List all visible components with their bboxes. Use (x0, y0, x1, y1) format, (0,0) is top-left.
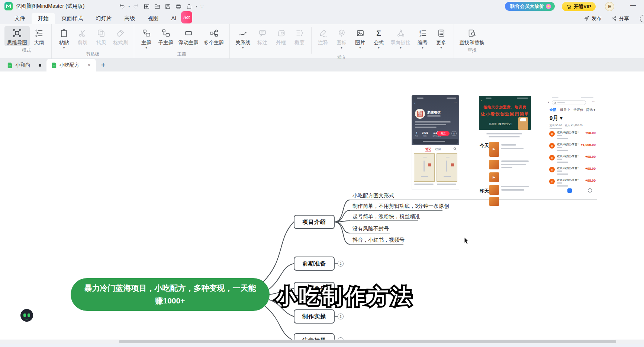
row-date-placeholder (557, 150, 568, 151)
customize-toolbar-button[interactable]: ⸪ (200, 3, 204, 10)
new-document-button[interactable] (143, 3, 151, 10)
numbering-dropdown-caret[interactable]: ▾ (422, 46, 423, 50)
paste-button[interactable]: 粘贴 ▾ (55, 26, 73, 50)
print-button[interactable] (174, 3, 183, 10)
formula-button[interactable]: Σ 公式 ▾ (370, 26, 388, 50)
mindmap-canvas[interactable]: 暴力冷门蓝海项目，小吃配方，多种变现，一天能赚1000+ 项目介绍 前期准备 注… (0, 71, 644, 340)
paste-dropdown-caret[interactable]: ▾ (63, 46, 65, 50)
assistant-eye-icon (23, 313, 26, 317)
more-dropdown-caret[interactable]: ▾ (440, 46, 442, 50)
attached-image-profile-screenshot[interactable]: ‹ ⋯ 速笑餐饮 老陈餐饮 4关注 3436粉丝 1.8万获赞与收藏 关注 ∧ (412, 95, 459, 190)
formula-dropdown-caret[interactable]: ▾ (378, 46, 379, 50)
horizontal-scrollbar-track[interactable] (0, 340, 644, 344)
menu-file[interactable]: 文件 (8, 13, 32, 24)
image-button[interactable]: 图片 ▾ (351, 26, 370, 50)
open-vip-button[interactable]: 开通VIP (562, 2, 596, 11)
ribbon-group-clipboard: 粘贴 ▾ 剪切 拷贝 (51, 24, 134, 58)
collapse-badge[interactable]: 2 (338, 313, 344, 319)
callout-button[interactable]: 标注 (253, 26, 272, 46)
numbering-button[interactable]: 123 编号 ▾ (413, 26, 432, 50)
save-button[interactable] (164, 3, 172, 10)
topic-button[interactable]: 主题 ▾ (137, 26, 156, 50)
doc-tab-xiaochipeifang[interactable]: 小吃配方 × (46, 59, 96, 71)
minimize-button[interactable]: — (630, 1, 636, 8)
central-topic-node[interactable]: 暴力冷门蓝海项目，小吃配方，多种变现，一天能赚1000+ (71, 278, 270, 311)
backlink-button[interactable]: 双向链接 ▾ (388, 26, 413, 50)
profile-extra-button: ∧ (451, 131, 457, 136)
card-seal (428, 163, 431, 166)
branch-node-project-intro[interactable]: 项目介绍 (294, 215, 335, 229)
branch-node-title-tips[interactable]: 注意标题 (294, 333, 335, 340)
feed-thumbnail: ▶ (489, 142, 499, 157)
row-date-placeholder (557, 185, 568, 187)
outline-mode-button[interactable]: 大纲 (30, 26, 48, 46)
comment-button[interactable]: 注释 (314, 26, 332, 46)
subtopic-node[interactable]: 抖音，小红书，视频号 (352, 237, 405, 243)
backlink-dropdown-caret[interactable]: ▾ (400, 46, 401, 50)
seal-logo: 速笑餐饮 (417, 111, 423, 117)
feed-text-placeholder (501, 160, 529, 162)
expense-stat: 支出 ¥0.00 (550, 124, 562, 127)
collapse-badge[interactable]: 2 (338, 261, 344, 267)
membership-promo-banner[interactable]: 联合会员大放价 (505, 2, 555, 11)
search-icon (554, 102, 556, 104)
attached-image-promo-screenshot[interactable]: ‹ 拒绝天价加盟费、培训费 让小餐饮创业回归简单 陈师傅（餐饮创业记） 今天 ▶… (477, 96, 532, 206)
marker-icon-button[interactable]: 图标 ▾ (332, 26, 351, 50)
cut-button[interactable]: 剪切 (73, 26, 92, 46)
subtopic-node[interactable]: 小吃配方图文形式 (352, 192, 394, 199)
menu-ai[interactable]: AI Hot (165, 13, 183, 24)
row-sub-placeholder (557, 159, 562, 160)
promo-banner: ‹ 拒绝天价加盟费、培训费 让小餐饮创业回归简单 陈师傅（餐饮创业记） (479, 96, 531, 130)
user-avatar[interactable]: E (605, 2, 614, 11)
menu-view[interactable]: 视图 (142, 13, 165, 24)
multiple-topics-button[interactable]: 多个主题 (201, 26, 226, 46)
doc-tab-xiaoheshang[interactable]: 小和尚 (2, 59, 46, 71)
copy-button[interactable]: 拷贝 (92, 26, 110, 46)
row-sub-placeholder (557, 147, 562, 148)
floating-topic-button[interactable]: 浮动主题 (176, 26, 201, 46)
summary-button[interactable]: 概要 (290, 26, 309, 46)
subtopic-node[interactable]: 制作简单，不用剪辑功底，3分钟一条原创 (352, 203, 449, 210)
horizontal-scrollbar-thumb[interactable] (119, 340, 616, 343)
mindmap-mode-button[interactable]: 思维导图 (4, 26, 30, 46)
payment-title: 收钱码收款-来自* (557, 143, 579, 146)
overlay-title-text[interactable]: 小吃制作方法 小吃制作方法 (276, 283, 454, 313)
menu-home[interactable]: 开始 (32, 13, 55, 24)
relationship-dropdown-caret[interactable]: ▾ (242, 46, 244, 50)
more-button[interactable]: 更多 ▾ (432, 26, 451, 50)
undo-dropdown-caret[interactable]: ▾ (128, 5, 130, 8)
marker-dropdown-caret[interactable]: ▾ (341, 46, 342, 50)
menu-advanced[interactable]: 高级 (118, 13, 142, 24)
publish-button[interactable]: 发布 (584, 15, 602, 22)
new-tab-button[interactable]: + (96, 59, 111, 71)
subtopic-button[interactable]: 子主题 (156, 26, 176, 46)
format-painter-button[interactable]: 格式刷 (110, 26, 131, 46)
share-button[interactable]: 分享 (611, 15, 629, 22)
menu-slideshow[interactable]: 幻灯片 (89, 13, 118, 24)
ribbon: 思维导图 大纲 模式 粘贴 ▾ (0, 24, 644, 59)
svg-text:3: 3 (419, 34, 421, 37)
boundary-button[interactable]: 外框 (272, 26, 290, 46)
menu-page-style[interactable]: 页面样式 (55, 13, 89, 24)
profile-header: ‹ ⋯ 速笑餐饮 老陈餐饮 4关注 3436粉丝 1.8万获赞与收藏 关注 ∧ (412, 95, 459, 145)
subtopic-node[interactable]: 起号简单，涨粉快，粉丝精准 (352, 213, 420, 220)
redo-button[interactable] (132, 3, 140, 10)
undo-button[interactable] (118, 3, 126, 10)
open-file-button[interactable] (153, 3, 161, 10)
marker-smiley-icon (337, 28, 346, 39)
branch-node-preparation[interactable]: 前期准备 (294, 257, 335, 271)
app-logo-icon (4, 2, 13, 10)
topic-dropdown-caret[interactable]: ▾ (145, 46, 147, 50)
close-tab-icon[interactable]: × (88, 62, 91, 68)
bio-line-placeholder (415, 127, 437, 128)
relationship-button[interactable]: 关系线 ▾ (233, 26, 253, 50)
subtopic-node[interactable]: 没有风险不封号 (352, 226, 389, 232)
attached-image-payments-screenshot[interactable]: ‹ ⋯ 全部 服务中 待评价 筛选 ▾ 9月 ▾ 支出 ¥0.00 收入 ¥1,… (547, 95, 597, 197)
export-button[interactable] (185, 3, 193, 10)
image-dropdown-caret[interactable]: ▾ (359, 46, 361, 50)
analysis-link-placeholder (550, 128, 562, 129)
ai-assistant-floating-button[interactable] (20, 309, 33, 322)
find-replace-button[interactable]: 查找和替换 (457, 26, 487, 46)
card-text-placeholder (421, 176, 428, 177)
export-dropdown-caret[interactable]: ▾ (196, 5, 197, 8)
